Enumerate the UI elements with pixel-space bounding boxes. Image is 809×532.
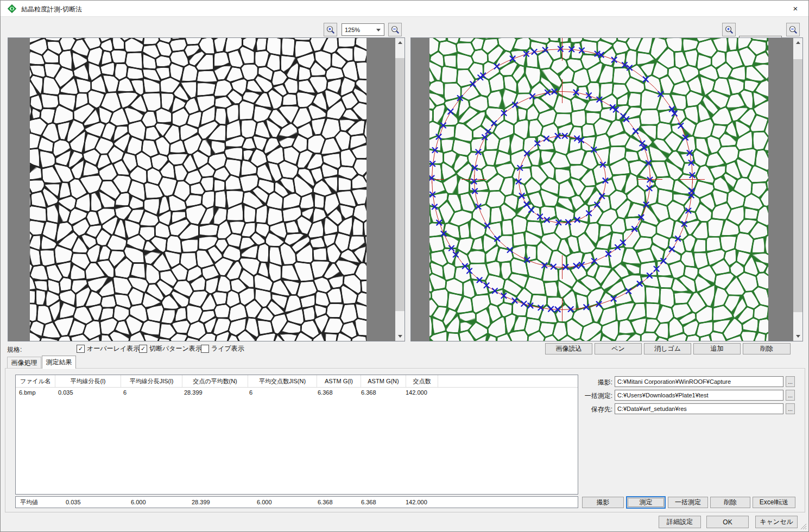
column-header[interactable]: ファイル名	[16, 375, 55, 387]
checkbox-label: ライブ表示	[211, 344, 244, 353]
batch-path-label: 一括測定:	[569, 391, 612, 401]
column-header[interactable]: 平均線分長(l)	[55, 375, 121, 387]
column-header-filler	[438, 375, 578, 387]
zoom-out-button-right[interactable]	[786, 23, 800, 36]
checkbox-icon: ✓	[139, 345, 147, 353]
summary-value: 6.000	[246, 499, 314, 505]
scroll-up-button[interactable]	[793, 38, 802, 47]
add-button[interactable]: 追加	[693, 343, 741, 354]
checkbox-label: 切断パターン表示	[149, 344, 202, 353]
capture-path-label: 撮影:	[569, 378, 612, 387]
dialog-window: 結晶粒度計測-切断法 × 125% 125%	[0, 0, 809, 532]
scroll-down-button[interactable]	[793, 332, 802, 341]
close-button[interactable]: ×	[788, 2, 803, 15]
tab-measurement-results[interactable]: 測定結果	[42, 356, 76, 369]
ok-button[interactable]: OK	[706, 516, 749, 528]
capture-button[interactable]: 撮影	[582, 497, 624, 508]
zoom-in-button-right[interactable]	[722, 23, 736, 36]
scroll-up-button[interactable]	[395, 38, 404, 47]
column-header[interactable]: ASTM G(l)	[317, 375, 361, 387]
cell-mean-intersections: 28.399	[181, 389, 246, 396]
zoom-level-combo-left[interactable]: 125%	[342, 23, 384, 36]
zoom-in-icon	[724, 25, 734, 35]
pen-button[interactable]: ペン	[595, 343, 642, 354]
batch-browse-button[interactable]: ...	[786, 390, 795, 401]
summary-value: 6.368	[358, 499, 402, 505]
cell-astm-gl: 6.368	[314, 389, 358, 396]
scrollbar-vertical-right[interactable]	[793, 38, 802, 341]
measure-button[interactable]: 測定	[626, 496, 666, 509]
capture-browse-button[interactable]: ...	[786, 376, 795, 387]
results-table: ファイル名 平均線分長(l) 平均線分長JIS(l) 交点の平均数(N) 平均交…	[15, 375, 578, 495]
cell-mean-intercept-jis: 6	[120, 389, 181, 396]
summary-value: 6.000	[120, 499, 181, 505]
arrow-down-icon	[796, 335, 800, 338]
save-browse-button[interactable]: ...	[786, 403, 795, 414]
cell-intersection-count: 142.000	[402, 389, 434, 396]
detail-settings-button[interactable]: 詳細設定	[659, 516, 701, 528]
batch-measure-button[interactable]: 一括測定	[668, 497, 708, 508]
scrollbar-vertical-left[interactable]	[395, 38, 404, 341]
column-header[interactable]: ASTM G(N)	[361, 375, 406, 387]
scrollbar-thumb[interactable]	[395, 58, 404, 311]
arrow-up-icon	[398, 41, 402, 44]
arrow-down-icon	[398, 335, 402, 338]
checkbox-cut-pattern-display[interactable]: ✓ 切断パターン表示	[139, 344, 202, 353]
grain-image-original[interactable]	[30, 38, 366, 341]
column-header[interactable]: 交点の平均数(N)	[182, 375, 248, 387]
title-bar: 結晶粒度計測-切断法 ×	[1, 1, 808, 17]
tab-image-processing[interactable]: 画像処理	[7, 357, 41, 368]
delete-button-bottom[interactable]: 削除	[710, 497, 750, 508]
cell-mean-intercept: 0.035	[55, 389, 120, 396]
resize-grip[interactable]	[800, 523, 807, 530]
window-title: 結晶粒度計測-切断法	[21, 5, 82, 14]
summary-value: 142.000	[402, 499, 434, 505]
checkbox-overlay-display[interactable]: ✓ オーバーレイ表示	[77, 344, 140, 353]
excel-export-button[interactable]: Excel転送	[753, 497, 795, 508]
scrollbar-thumb[interactable]	[793, 59, 802, 312]
eraser-button[interactable]: 消しゴム	[644, 343, 691, 354]
table-header-row: ファイル名 平均線分長(l) 平均線分長JIS(l) 交点の平均数(N) 平均交…	[16, 375, 578, 388]
summary-value: 0.035	[55, 499, 120, 505]
load-image-button[interactable]: 画像読込	[545, 343, 592, 354]
checkbox-icon	[201, 345, 209, 353]
zoom-out-icon	[788, 25, 798, 35]
table-row[interactable]: 6.bmp 0.035 6 28.399 6 6.368 6.368 142.0…	[16, 388, 578, 397]
save-path-label: 保存先:	[569, 405, 612, 414]
zoom-out-icon	[390, 25, 400, 35]
summary-value: 28.399	[181, 499, 246, 505]
zoom-in-icon	[326, 25, 336, 35]
standard-label: 規格:	[7, 345, 22, 354]
cell-filename: 6.bmp	[16, 389, 55, 396]
summary-bar: 平均値 0.035 6.000 28.399 6.000 6.368 6.368…	[15, 496, 578, 508]
delete-button-top[interactable]: 削除	[743, 343, 791, 354]
cancel-button[interactable]: キャンセル	[755, 516, 798, 528]
checkbox-live-display[interactable]: ライブ表示	[201, 344, 244, 353]
viewport-overlay	[410, 37, 803, 341]
batch-path-input[interactable]	[615, 390, 783, 401]
capture-path-input[interactable]	[615, 376, 783, 387]
checkbox-label: オーバーレイ表示	[87, 344, 140, 353]
chevron-down-icon	[376, 29, 381, 31]
summary-value: 6.368	[314, 499, 358, 505]
summary-label: 平均値	[16, 498, 55, 506]
save-path-input[interactable]	[615, 403, 783, 414]
cell-astm-gn: 6.368	[358, 389, 402, 396]
grain-image-overlay[interactable]	[429, 38, 768, 341]
column-header[interactable]: 交点数	[406, 375, 438, 387]
checkbox-icon: ✓	[77, 345, 85, 353]
scroll-down-button[interactable]	[395, 332, 404, 341]
cell-mean-intersections-jis: 6	[246, 389, 314, 396]
column-header[interactable]: 平均線分長JIS(l)	[121, 375, 182, 387]
zoom-level-value: 125%	[345, 27, 360, 33]
zoom-in-button-left[interactable]	[324, 23, 337, 36]
zoom-out-button-left[interactable]	[388, 23, 402, 36]
viewport-original	[8, 37, 405, 341]
arrow-up-icon	[796, 41, 800, 44]
app-icon	[8, 4, 16, 13]
column-header[interactable]: 平均交点数JIS(N)	[248, 375, 317, 387]
